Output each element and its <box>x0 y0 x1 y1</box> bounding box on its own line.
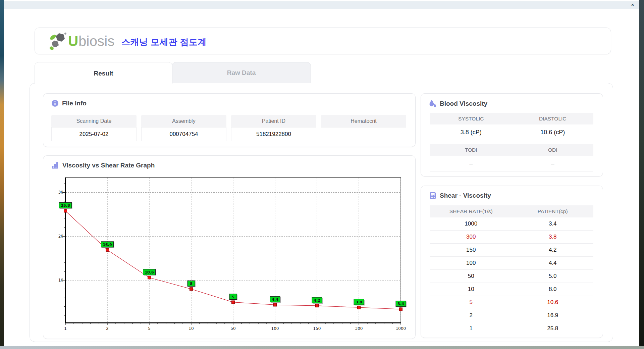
patient-viscosity-cell: 4.4 <box>512 257 594 270</box>
svg-text:3.8: 3.8 <box>356 300 362 304</box>
file-info-card: File Info Scanning Date2025-07-02Assembl… <box>43 93 416 147</box>
patient-viscosity-cell: 5.0 <box>512 270 594 283</box>
shear-viscosity-card: Shear - Viscosity SHEAR RATE(1/s)PATIENT… <box>421 186 603 338</box>
file-info-field: Hematocrit <box>321 115 406 141</box>
svg-text:150: 150 <box>313 326 321 331</box>
shear-rate-cell: 1000 <box>430 217 512 231</box>
blood-header-row: SYSTOLICDIASTOLIC <box>430 113 593 124</box>
shear-viscosity-table: SHEAR RATE(1/s)PATIENT(cp)10003.43003.81… <box>430 205 593 335</box>
shear-viscosity-title: Shear - Viscosity <box>440 192 491 199</box>
field-label: Scanning Date <box>51 115 137 127</box>
blood-viscosity-title: Blood Viscosity <box>440 100 487 107</box>
svg-text:16.9: 16.9 <box>103 243 112 247</box>
svg-text:8: 8 <box>190 282 193 286</box>
patient-viscosity-cell: 25.8 <box>512 322 594 335</box>
svg-text:4.4: 4.4 <box>272 297 278 302</box>
field-value: 000704754 <box>141 127 226 141</box>
blood-value-cell: – <box>512 156 594 171</box>
shear-rate-cell: 10 <box>430 283 512 296</box>
table-row: 125.8 <box>430 322 593 335</box>
file-info-fields: Scanning Date2025-07-02Assembly000704754… <box>51 115 406 141</box>
shear-rate-cell: 5 <box>430 296 512 309</box>
shear-rate-cell: 1 <box>430 322 512 335</box>
spacer <box>430 140 593 144</box>
svg-text:biosis: biosis <box>78 33 114 49</box>
graph-title-row: Viscosity vs Shear Rate Graph <box>51 162 155 169</box>
blood-header-cell: ODI <box>512 144 594 156</box>
svg-text:10: 10 <box>58 278 63 283</box>
field-label: Patient ID <box>231 115 316 127</box>
app-title: 스캐닝 모세관 점도계 <box>121 36 207 48</box>
blood-value-cell: – <box>430 156 512 171</box>
shear-rate-cell: 150 <box>430 244 512 257</box>
table-row: 1504.2 <box>430 244 593 257</box>
svg-text:30: 30 <box>58 190 63 195</box>
table-row: 108.0 <box>430 283 593 296</box>
shear-rate-cell: 100 <box>430 257 512 270</box>
blood-header-cell: TODI <box>430 144 512 156</box>
blood-value-cell: 3.8 (cP) <box>430 124 512 140</box>
svg-text:100: 100 <box>271 326 279 331</box>
field-value: 51821922800 <box>231 127 316 141</box>
tab-raw-data-label: Raw Data <box>227 69 256 77</box>
table-row: 216.9 <box>430 309 593 322</box>
field-value <box>321 127 406 141</box>
blood-value-cell: 10.6 (cP) <box>512 124 594 140</box>
graph-card: Viscosity vs Shear Rate Graph 1020301251… <box>43 155 416 339</box>
main-content-panel: File Info Scanning Date2025-07-02Assembl… <box>30 83 613 342</box>
table-row: 505.0 <box>430 270 593 283</box>
header-card: U biosis 스캐닝 모세관 점도계 <box>35 28 611 54</box>
field-value: 2025-07-02 <box>51 127 137 141</box>
table-row: 3003.8 <box>430 231 593 244</box>
svg-text:4.2: 4.2 <box>314 298 320 303</box>
svg-text:25.8: 25.8 <box>61 203 70 208</box>
file-info-field: Scanning Date2025-07-02 <box>51 115 137 141</box>
svg-text:5: 5 <box>148 326 151 331</box>
svg-text:300: 300 <box>355 326 363 331</box>
svg-text:1: 1 <box>64 326 67 331</box>
svg-text:10.6: 10.6 <box>145 270 154 275</box>
blood-header-cell: SYSTOLIC <box>430 113 512 124</box>
file-info-field: Patient ID51821922800 <box>231 115 316 141</box>
patient-viscosity-cell: 3.8 <box>512 231 594 244</box>
svg-text:U: U <box>68 33 78 49</box>
shear-header-row: SHEAR RATE(1/s)PATIENT(cp) <box>430 205 593 217</box>
blood-viscosity-title-row: Blood Viscosity <box>429 100 487 108</box>
svg-text:20: 20 <box>58 234 63 239</box>
tab-raw-data[interactable]: Raw Data <box>172 62 311 83</box>
close-button[interactable]: × <box>631 1 634 9</box>
blood-drops-icon <box>429 100 436 108</box>
window-titlebar: × <box>4 1 639 9</box>
file-info-field: Assembly000704754 <box>141 115 226 141</box>
table-row: 1004.4 <box>430 257 593 270</box>
viscosity-shear-chart: 1020301251050100150300100025.816.910.685… <box>51 172 409 333</box>
graph-title: Viscosity vs Shear Rate Graph <box>62 162 155 169</box>
desktop-background-left <box>0 0 4 349</box>
patient-viscosity-cell: 4.2 <box>512 244 594 257</box>
shear-header-cell: PATIENT(cp) <box>512 205 594 217</box>
tab-result[interactable]: Result <box>35 62 172 84</box>
shear-rate-cell: 300 <box>430 231 512 244</box>
file-info-title-row: File Info <box>51 100 87 107</box>
table-row: 510.6 <box>430 296 593 309</box>
ubiosis-logo: U biosis <box>49 32 126 50</box>
svg-text:5: 5 <box>232 295 234 299</box>
svg-text:3.4: 3.4 <box>397 302 404 306</box>
blood-header-cell: DIASTOLIC <box>512 113 594 124</box>
blood-value-row: 3.8 (cP)10.6 (cP) <box>430 124 593 140</box>
logo-cluster-icon <box>49 33 66 50</box>
blood-viscosity-card: Blood Viscosity SYSTOLICDIASTOLIC3.8 (cP… <box>421 93 603 177</box>
svg-text:10: 10 <box>189 326 194 331</box>
patient-viscosity-cell: 3.4 <box>512 217 594 231</box>
file-info-title: File Info <box>62 100 87 107</box>
table-row: 10003.4 <box>430 217 593 231</box>
bar-chart-icon <box>51 162 59 169</box>
shear-header-cell: SHEAR RATE(1/s) <box>430 205 512 217</box>
field-label: Hematocrit <box>321 115 406 127</box>
desktop-background-right <box>639 0 644 349</box>
shear-rate-cell: 50 <box>430 270 512 283</box>
svg-text:2: 2 <box>106 326 109 331</box>
patient-viscosity-cell: 10.6 <box>512 296 594 309</box>
info-icon <box>51 100 59 107</box>
svg-text:1000: 1000 <box>396 326 406 331</box>
